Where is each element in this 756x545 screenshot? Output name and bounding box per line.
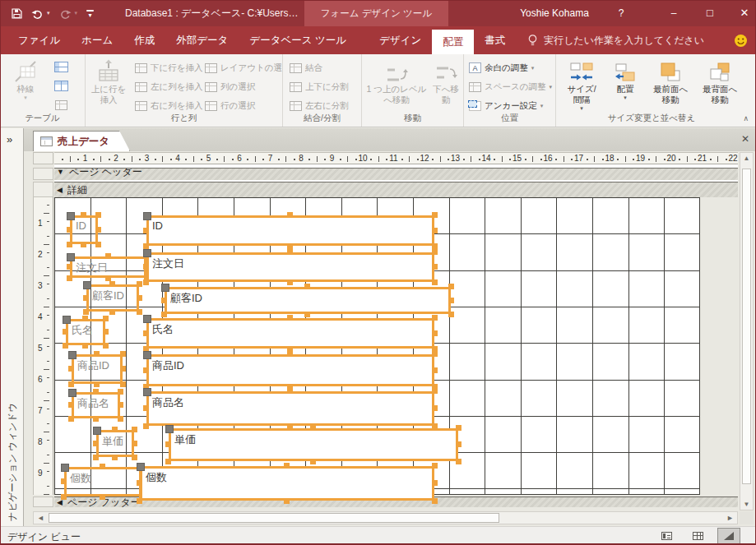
close-button[interactable]: ✕ (734, 0, 755, 26)
size-handle[interactable] (287, 388, 293, 394)
textbox-control[interactable]: 単価 (169, 428, 458, 461)
save-icon[interactable] (12, 8, 22, 19)
size-handle[interactable] (137, 480, 142, 486)
tab-file[interactable]: ファイル (7, 26, 71, 54)
move-up-button[interactable]: 1 つ上のレベル へ移動 (364, 56, 429, 105)
size-handle[interactable] (304, 312, 310, 317)
document-tab-sales-data[interactable]: 売上データ (33, 131, 130, 151)
label-control[interactable]: ID (70, 215, 98, 244)
scroll-down-icon[interactable]: ▼ (740, 501, 753, 508)
label-control[interactable]: 単価 (96, 430, 134, 457)
size-handle[interactable] (448, 312, 454, 317)
size-handle[interactable] (120, 366, 126, 372)
vertical-scroll-thumb[interactable] (742, 169, 751, 484)
size-handle[interactable] (287, 279, 293, 285)
size-handle[interactable] (103, 316, 109, 321)
maximize-button[interactable]: □ (699, 0, 721, 26)
size-handle[interactable] (103, 343, 109, 349)
size-handle[interactable] (83, 295, 89, 301)
size-handle[interactable] (93, 389, 99, 395)
tab-format[interactable]: 書式 (474, 26, 516, 54)
customize-qat-icon[interactable]: ▾ (86, 10, 94, 17)
move-handle[interactable] (165, 425, 174, 433)
size-handle[interactable] (105, 253, 111, 259)
size-space-button[interactable]: サイズ/ 間隔 ▾ (559, 56, 604, 111)
size-handle[interactable] (61, 478, 67, 484)
size-handle[interactable] (118, 416, 123, 422)
size-handle[interactable] (287, 249, 293, 255)
tab-create[interactable]: 作成 (123, 26, 165, 54)
feedback-smiley-icon[interactable] (734, 34, 748, 48)
move-handle[interactable] (68, 389, 77, 397)
size-handle[interactable] (143, 367, 149, 373)
label-control[interactable]: 個数 (64, 467, 141, 497)
size-handle[interactable] (120, 381, 126, 387)
move-down-button[interactable]: 下へ移動 (429, 56, 462, 105)
move-handle[interactable] (143, 212, 151, 220)
size-handle[interactable] (132, 441, 137, 446)
move-handle[interactable] (68, 351, 77, 359)
size-handle[interactable] (432, 279, 438, 285)
size-handle[interactable] (100, 494, 105, 500)
size-handle[interactable] (103, 329, 109, 335)
move-handle[interactable] (143, 315, 151, 323)
size-handle[interactable] (165, 441, 171, 447)
size-handle[interactable] (93, 416, 99, 422)
expand-nav-icon[interactable]: » (7, 133, 12, 145)
size-handle[interactable] (68, 381, 74, 387)
remove-layout-button[interactable] (51, 95, 71, 114)
size-handle[interactable] (287, 315, 293, 321)
size-handle[interactable] (432, 367, 438, 373)
label-control[interactable]: 顧客ID (86, 284, 139, 312)
size-handle[interactable] (118, 389, 123, 395)
size-handle[interactable] (432, 463, 438, 469)
size-handle[interactable] (432, 315, 438, 321)
size-handle[interactable] (432, 388, 438, 394)
size-handle[interactable] (432, 243, 438, 249)
move-handle[interactable] (143, 351, 151, 359)
size-handle[interactable] (67, 264, 72, 270)
move-handle[interactable] (143, 249, 151, 257)
size-handle[interactable] (432, 228, 438, 233)
size-handle[interactable] (432, 498, 438, 504)
textbox-control[interactable]: 氏名 (146, 318, 434, 349)
size-handle[interactable] (165, 459, 171, 464)
size-handle[interactable] (448, 284, 454, 289)
size-handle[interactable] (456, 425, 461, 431)
label-control[interactable]: 注文日 (70, 256, 146, 278)
size-handle[interactable] (67, 227, 72, 233)
size-handle[interactable] (456, 459, 461, 464)
size-handle[interactable] (143, 243, 149, 249)
label-control[interactable]: 商品ID (72, 354, 123, 384)
label-control[interactable]: 氏名 (66, 319, 105, 345)
size-handle[interactable] (120, 351, 126, 357)
size-handle[interactable] (161, 298, 167, 303)
size-handle[interactable] (143, 228, 149, 233)
help-button[interactable]: ? (610, 0, 632, 26)
move-handle[interactable] (93, 427, 101, 435)
size-handle[interactable] (112, 427, 118, 432)
gridlines-button[interactable]: 枠線 ▾ (5, 56, 46, 100)
size-handle[interactable] (100, 464, 105, 469)
insert-above-button[interactable]: 上に行を 挿入 (87, 56, 130, 105)
size-handle[interactable] (82, 343, 88, 349)
textbox-control[interactable]: ID (146, 215, 434, 246)
size-handle[interactable] (284, 463, 290, 469)
tab-arrange[interactable]: 配置 (432, 30, 474, 54)
tab-external-data[interactable]: 外部データ (165, 26, 239, 54)
split-vertical-button[interactable]: 上下に分割 (288, 77, 350, 96)
size-handle[interactable] (432, 351, 438, 357)
undo-caret-icon[interactable]: ▾ (47, 10, 50, 16)
tell-me-box[interactable]: 実行したい作業を入力してください (527, 26, 704, 54)
form-design-canvas[interactable]: 12345678910111213141516171819202122 1234… (24, 151, 756, 526)
navigation-pane-collapsed[interactable]: » ナビゲーション ウィンドウ (0, 128, 24, 526)
size-handle[interactable] (109, 309, 115, 315)
move-handle[interactable] (63, 316, 71, 324)
undo-icon[interactable] (31, 8, 44, 19)
insert-left-button[interactable]: 左に列を挿入 (133, 77, 205, 96)
size-handle[interactable] (118, 402, 123, 408)
tab-home[interactable]: ホーム (71, 26, 123, 54)
send-to-back-button[interactable]: 最背面へ 移動 (696, 56, 744, 105)
size-handle[interactable] (67, 275, 72, 281)
textbox-control[interactable]: 顧客ID (165, 287, 451, 314)
